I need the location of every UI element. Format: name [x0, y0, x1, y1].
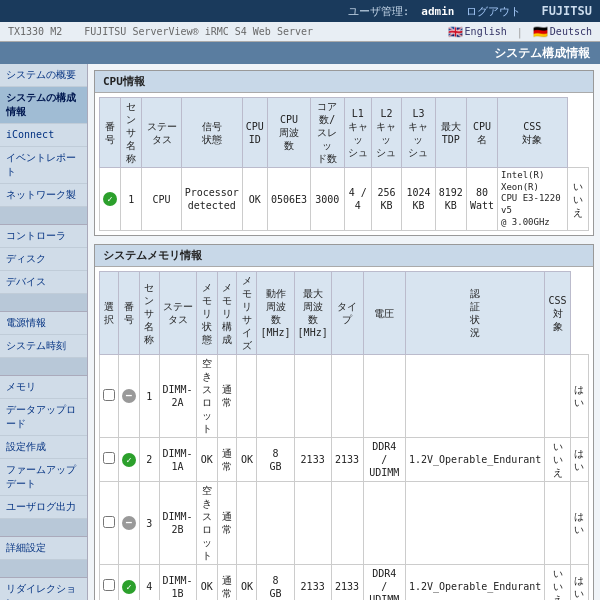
- sidebar: システムの概要 システムの構成情報 iConnect イベントレポート ネットワ…: [0, 64, 88, 600]
- mem-th-voltage: 電圧: [363, 272, 405, 355]
- cpu-l2: 1024KB: [402, 168, 436, 231]
- mem-th-config: メモリ構成: [217, 272, 237, 355]
- dash-icon-3: −: [122, 516, 136, 530]
- cpu-th-sensor: センサ名称: [121, 98, 142, 168]
- memory-section-title: システムメモリ情報: [95, 245, 593, 267]
- mem-memstatus-1: 通常: [217, 355, 237, 438]
- mem-cert-3: [545, 482, 570, 565]
- mem-check-input-2[interactable]: [103, 452, 115, 464]
- mem-th-size: メモリサイズ: [237, 272, 257, 355]
- mem-icon-3: −: [119, 482, 140, 565]
- content-area: CPU情報 番号 センサ名称 ステータス 信号状態 CPUID CPU周波数 コ…: [88, 64, 600, 600]
- lang-english[interactable]: 🇬🇧 English: [448, 25, 507, 39]
- sidebar-item-device[interactable]: デバイス: [0, 271, 87, 294]
- sidebar-section-1: [0, 207, 87, 225]
- mem-freq-4: 2133: [294, 565, 331, 600]
- memory-header-row: 選択 番号 センサ名称 ステータス メモリ状態 メモリ構成 メモリサイズ 動作周…: [100, 272, 589, 355]
- mem-status-3: 空きスロット: [196, 482, 217, 565]
- cpu-section-title: CPU情報: [95, 71, 593, 93]
- de-flag-icon: 🇩🇪: [533, 25, 548, 39]
- sidebar-item-connect[interactable]: iConnect: [0, 124, 87, 147]
- mem-checkbox-1[interactable]: [100, 355, 119, 438]
- mem-num-3: 3: [140, 482, 160, 565]
- cpu-th-num: 番号: [100, 98, 121, 168]
- cpu-css: いいえ: [567, 168, 588, 231]
- cpu-th-l1: L1キャッシュ: [344, 98, 371, 168]
- cpu-l3: 8192KB: [435, 168, 466, 231]
- sidebar-item-detail-settings[interactable]: 詳細設定: [0, 537, 87, 560]
- sidebar-item-config-create[interactable]: 設定作成: [0, 436, 87, 459]
- mem-status-1: 空きスロット: [196, 355, 217, 438]
- cpu-table-container: 番号 センサ名称 ステータス 信号状態 CPUID CPU周波数 コア数/スレッ…: [95, 93, 593, 235]
- memory-row-4: ✓ 4 DIMM-1B OK 通常 OK 8GB 2133 2133 DDR4 …: [100, 565, 589, 600]
- top-bar-right: ユーザ管理: admin ログアウト FUJITSU: [348, 4, 592, 19]
- mem-freq-2: 2133: [294, 438, 331, 482]
- mem-num-4: 4: [140, 565, 160, 600]
- top-bar: ユーザ管理: admin ログアウト FUJITSU: [0, 0, 600, 22]
- cpu-cores: 4 / 4: [344, 168, 371, 231]
- mem-voltage-4: 1.2V_Operable_Endurant: [405, 565, 544, 600]
- mem-checkbox-4[interactable]: [100, 565, 119, 600]
- mem-th-select: 選択: [100, 272, 119, 355]
- cpu-status-icon: ✓: [100, 168, 121, 231]
- mem-config-1: [237, 355, 257, 438]
- fujitsu-logo: FUJITSU: [541, 4, 592, 18]
- cpu-th-signal: 信号状態: [181, 98, 242, 168]
- logout-button[interactable]: ログアウト: [466, 4, 521, 19]
- mem-th-css: CSS対象: [545, 272, 570, 355]
- cpu-section: CPU情報 番号 センサ名称 ステータス 信号状態 CPUID CPU周波数 コ…: [94, 70, 594, 236]
- mem-cert-1: [545, 355, 570, 438]
- mem-size-1: [257, 355, 294, 438]
- sidebar-item-redirect[interactable]: リダイレクション: [0, 578, 87, 600]
- sidebar-item-memory[interactable]: メモリ: [0, 376, 87, 399]
- memory-table: 選択 番号 センサ名称 ステータス メモリ状態 メモリ構成 メモリサイズ 動作周…: [99, 271, 589, 600]
- cpu-th-freq: CPU周波数: [267, 98, 310, 168]
- mem-voltage-1: [405, 355, 544, 438]
- cpu-th-tdp: 最大TDP: [435, 98, 466, 168]
- sidebar-item-upload[interactable]: データアップロード: [0, 399, 87, 436]
- sidebar-item-overview[interactable]: システムの概要: [0, 64, 87, 87]
- mem-th-mem-status: メモリ状態: [196, 272, 217, 355]
- check-icon-4: ✓: [122, 580, 136, 594]
- sidebar-section-2: [0, 294, 87, 312]
- mem-check-input-3[interactable]: [103, 516, 115, 528]
- sidebar-section-3: [0, 358, 87, 376]
- sub-bar: TX1330 M2 FUJITSU ServerView® iRMC S4 We…: [0, 22, 600, 42]
- mem-voltage-3: [405, 482, 544, 565]
- cpu-status-text: Processordetected: [181, 168, 242, 231]
- sidebar-item-config[interactable]: システムの構成情報: [0, 87, 87, 124]
- mem-check-input-1[interactable]: [103, 389, 115, 401]
- sidebar-item-disk[interactable]: ディスク: [0, 248, 87, 271]
- sidebar-item-power-info[interactable]: 電源情報: [0, 312, 87, 335]
- check-icon-2: ✓: [122, 453, 136, 467]
- sidebar-item-controller[interactable]: コントローラ: [0, 225, 87, 248]
- cpu-sensor-name: CPU: [142, 168, 181, 231]
- lang-switcher: 🇬🇧 English | 🇩🇪 Deutsch: [448, 25, 592, 39]
- mem-checkbox-2[interactable]: [100, 438, 119, 482]
- mem-sensor-1: DIMM-2A: [159, 355, 196, 438]
- mem-maxfreq-3: [331, 482, 363, 565]
- sidebar-item-firmware[interactable]: ファームアップデート: [0, 459, 87, 496]
- mem-sensor-3: DIMM-2B: [159, 482, 196, 565]
- cpu-number: 1: [121, 168, 142, 231]
- mem-css-4: はい: [570, 565, 588, 600]
- sidebar-item-event[interactable]: イベントレポート: [0, 147, 87, 184]
- mem-check-input-4[interactable]: [103, 579, 115, 591]
- mem-type-4: DDR4 / UDIMM: [363, 565, 405, 600]
- sidebar-section-4: [0, 519, 87, 537]
- cpu-freq: 3000: [311, 168, 345, 231]
- mem-size-2: 8GB: [257, 438, 294, 482]
- sidebar-item-time[interactable]: システム時刻: [0, 335, 87, 358]
- mem-css-2: はい: [570, 438, 588, 482]
- sidebar-section-5: [0, 560, 87, 578]
- cpu-th-cores: コア数/スレッド数: [311, 98, 345, 168]
- lang-deutsch[interactable]: 🇩🇪 Deutsch: [533, 25, 592, 39]
- cpu-name: Intel(R) Xeon(R)CPU E3-1220 v5@ 3.00GHz: [497, 168, 567, 231]
- mem-config-3: [237, 482, 257, 565]
- cpu-id: 0506E3: [267, 168, 310, 231]
- sidebar-item-network[interactable]: ネットワーク製: [0, 184, 87, 207]
- cpu-th-name: CPU名: [466, 98, 497, 168]
- sidebar-item-userlog[interactable]: ユーザログ出力: [0, 496, 87, 519]
- mem-type-1: [363, 355, 405, 438]
- mem-checkbox-3[interactable]: [100, 482, 119, 565]
